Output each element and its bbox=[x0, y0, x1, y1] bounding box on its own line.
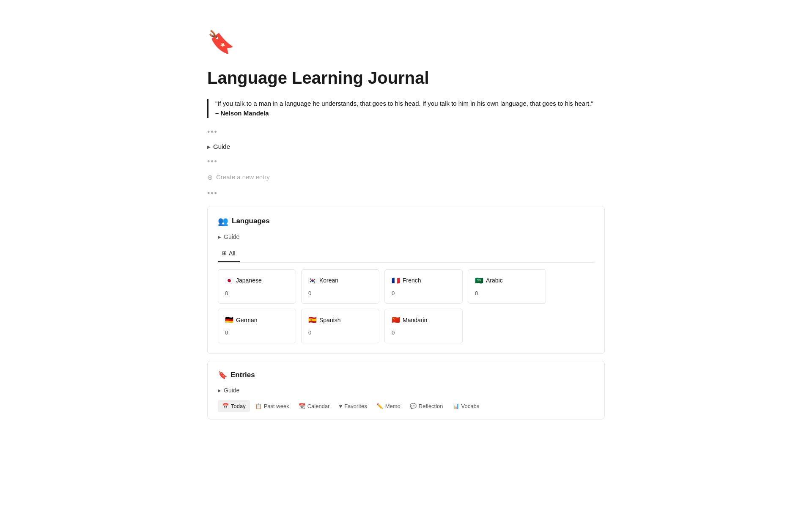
tab-all[interactable]: ⊞ All bbox=[218, 247, 240, 262]
languages-guide-toggle[interactable]: ▶ Guide bbox=[218, 233, 594, 241]
languages-cards-grid: 🇯🇵 Japanese 0 🇰🇷 Korean 0 🇫🇷 French 0 🇸🇦… bbox=[218, 269, 594, 343]
grid-icon: ⊞ bbox=[222, 249, 227, 258]
lang-count: 0 bbox=[308, 289, 372, 298]
lang-name: Arabic bbox=[486, 276, 503, 285]
tab-label-memo: Memo bbox=[385, 402, 401, 411]
tab-label-past week: Past week bbox=[264, 402, 289, 411]
tab-icon-vocabs: 📊 bbox=[453, 402, 459, 411]
lang-flag-icon: 🇪🇸 bbox=[308, 315, 317, 325]
languages-title: Languages bbox=[232, 216, 270, 227]
lang-count: 0 bbox=[392, 329, 455, 337]
entries-arrow-icon: ▶ bbox=[218, 387, 221, 394]
entries-tab-favorites[interactable]: ♥ Favorites bbox=[335, 400, 371, 413]
tab-label-calendar: Calendar bbox=[307, 402, 330, 411]
lang-card-name: 🇸🇦 Arabic bbox=[475, 276, 539, 286]
lang-name: Mandarin bbox=[403, 316, 427, 325]
languages-tabs-row: ⊞ All bbox=[218, 247, 594, 263]
lang-card-arabic[interactable]: 🇸🇦 Arabic 0 bbox=[468, 269, 546, 304]
tab-icon-memo: ✏️ bbox=[376, 402, 383, 411]
page-icon: 🔖 bbox=[207, 25, 605, 58]
lang-card-name: 🇩🇪 German bbox=[225, 315, 289, 325]
lang-name: Spanish bbox=[319, 316, 341, 325]
lang-card-mandarin[interactable]: 🇨🇳 Mandarin 0 bbox=[384, 309, 463, 343]
entries-tabs-row: 📅 Today 📋 Past week 📆 Calendar ♥ Favorit… bbox=[218, 400, 594, 413]
languages-icon: 👥 bbox=[218, 215, 228, 227]
lang-count: 0 bbox=[308, 329, 372, 337]
lang-card-name: 🇰🇷 Korean bbox=[308, 276, 372, 286]
lang-name: German bbox=[236, 316, 258, 325]
entries-guide-toggle[interactable]: ▶ Guide bbox=[218, 386, 594, 395]
entries-tab-vocabs[interactable]: 📊 Vocabs bbox=[448, 400, 484, 413]
entries-tab-memo[interactable]: ✏️ Memo bbox=[372, 400, 405, 413]
tab-icon-today: 📅 bbox=[222, 402, 229, 411]
page-container: 🔖 Language Learning Journal "If you talk… bbox=[173, 0, 639, 460]
lang-flag-icon: 🇫🇷 bbox=[392, 276, 400, 286]
languages-header: 👥 Languages bbox=[218, 215, 594, 227]
lang-card-name: 🇯🇵 Japanese bbox=[225, 276, 289, 286]
plus-circle-icon: ⊕ bbox=[207, 173, 213, 183]
create-entry-label: Create a new entry bbox=[216, 173, 270, 182]
entries-title: Entries bbox=[230, 370, 255, 381]
entries-icon: 🔖 bbox=[218, 370, 227, 381]
create-entry[interactable]: ⊕ Create a new entry bbox=[207, 173, 605, 183]
lang-name: Korean bbox=[319, 276, 338, 285]
lang-count: 0 bbox=[225, 289, 289, 298]
blockquote: "If you talk to a man in a language he u… bbox=[207, 99, 605, 118]
lang-count: 0 bbox=[475, 289, 539, 298]
lang-card-japanese[interactable]: 🇯🇵 Japanese 0 bbox=[218, 269, 296, 304]
languages-arrow-icon: ▶ bbox=[218, 234, 221, 240]
lang-flag-icon: 🇰🇷 bbox=[308, 276, 317, 286]
lang-card-name: 🇨🇳 Mandarin bbox=[392, 315, 455, 325]
tab-label-today: Today bbox=[231, 402, 246, 411]
entries-section: 🔖 Entries ▶ Guide 📅 Today 📋 Past week 📆 … bbox=[207, 361, 605, 420]
lang-flag-icon: 🇯🇵 bbox=[225, 276, 233, 286]
entries-tab-today[interactable]: 📅 Today bbox=[218, 400, 250, 413]
tab-label-vocabs: Vocabs bbox=[461, 402, 480, 411]
tab-icon-favorites: ♥ bbox=[339, 402, 342, 411]
entries-guide-label: Guide bbox=[224, 386, 239, 395]
dots-1: ••• bbox=[207, 126, 605, 138]
lang-count: 0 bbox=[392, 289, 455, 298]
lang-card-name: 🇪🇸 Spanish bbox=[308, 315, 372, 325]
tab-label-reflection: Reflection bbox=[419, 402, 443, 411]
tab-label-favorites: Favorites bbox=[344, 402, 367, 411]
quote-author: – Nelson Mandela bbox=[215, 109, 605, 118]
languages-guide-label: Guide bbox=[224, 233, 239, 241]
guide-toggle-1[interactable]: ▶ Guide bbox=[207, 142, 605, 152]
languages-section: 👥 Languages ▶ Guide ⊞ All 🇯🇵 Japanese 0 … bbox=[207, 206, 605, 354]
lang-count: 0 bbox=[225, 329, 289, 337]
lang-card-spanish[interactable]: 🇪🇸 Spanish 0 bbox=[301, 309, 379, 343]
tab-icon-calendar: 📆 bbox=[299, 402, 305, 411]
lang-flag-icon: 🇸🇦 bbox=[475, 276, 483, 286]
lang-name: Japanese bbox=[236, 276, 262, 285]
dots-2: ••• bbox=[207, 156, 605, 167]
lang-name: French bbox=[403, 276, 421, 285]
entries-tab-reflection[interactable]: 💬 Reflection bbox=[406, 400, 447, 413]
quote-text: "If you talk to a man in a language he u… bbox=[215, 99, 605, 109]
dots-3: ••• bbox=[207, 188, 605, 199]
guide-label-1: Guide bbox=[213, 142, 230, 152]
tab-icon-past week: 📋 bbox=[255, 402, 262, 411]
lang-flag-icon: 🇨🇳 bbox=[392, 315, 400, 325]
lang-card-korean[interactable]: 🇰🇷 Korean 0 bbox=[301, 269, 379, 304]
entries-header: 🔖 Entries bbox=[218, 370, 594, 381]
lang-card-german[interactable]: 🇩🇪 German 0 bbox=[218, 309, 296, 343]
page-title: Language Learning Journal bbox=[207, 65, 605, 90]
lang-card-name: 🇫🇷 French bbox=[392, 276, 455, 286]
entries-tab-calendar[interactable]: 📆 Calendar bbox=[294, 400, 334, 413]
tab-icon-reflection: 💬 bbox=[410, 402, 417, 411]
entries-tab-past-week[interactable]: 📋 Past week bbox=[251, 400, 294, 413]
tab-all-label: All bbox=[229, 249, 236, 258]
lang-card-french[interactable]: 🇫🇷 French 0 bbox=[384, 269, 463, 304]
arrow-icon-1: ▶ bbox=[207, 144, 211, 150]
lang-flag-icon: 🇩🇪 bbox=[225, 315, 233, 325]
